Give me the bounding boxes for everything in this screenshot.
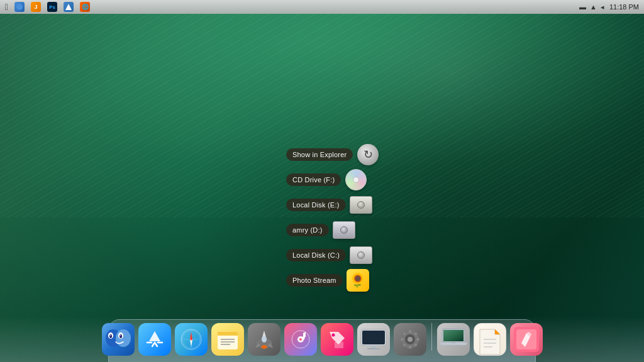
menu-item-label-show-in-explorer: Show in Explorer	[286, 148, 353, 161]
menubar:  J Ps 🌐 ▬ ▲ ◂ 11:18 PM	[0, 0, 644, 14]
svg-rect-40	[416, 338, 419, 341]
wifi-icon: ▲	[590, 3, 597, 11]
svg-point-27	[299, 338, 302, 341]
apple-menu-icon[interactable]: 	[5, 2, 8, 12]
menu-item-label-photo-stream: Photo Stream	[286, 274, 343, 287]
volume-icon: ◂	[601, 3, 604, 11]
notes-icon	[211, 323, 244, 356]
dock-item-macbookpro[interactable]	[437, 323, 470, 356]
svg-rect-31	[362, 331, 385, 344]
stickies-icon	[510, 323, 543, 356]
svg-point-28	[301, 337, 304, 340]
svg-point-10	[119, 335, 121, 336]
show-in-explorer-icon: ↻	[357, 143, 379, 166]
svg-rect-32	[371, 346, 376, 348]
dock-item-itunes[interactable]	[284, 323, 317, 356]
dock-item-appstore[interactable]	[138, 323, 171, 356]
newfile-icon	[474, 323, 506, 356]
launchpad-icon	[248, 323, 280, 356]
cd-drive-icon	[345, 168, 367, 191]
svg-marker-1	[65, 4, 72, 10]
menu-item-show-in-explorer[interactable]: Show in Explorer ↻	[286, 143, 379, 166]
dock-item-newfile[interactable]	[474, 323, 506, 356]
finder-icon	[102, 323, 135, 356]
blue-menu-icon[interactable]	[64, 2, 74, 12]
menu-item-cd-drive[interactable]: CD Drive (F:)	[286, 168, 379, 191]
menu-item-amry-d[interactable]: amry (D:)	[286, 219, 379, 241]
photo-stream-icon: 🌻	[347, 269, 369, 292]
sunflower-icon: 🌻	[347, 269, 369, 292]
dock-item-syspref[interactable]	[394, 323, 426, 356]
menu-item-photo-stream[interactable]: Photo Stream 🌻	[286, 269, 379, 292]
itunes-icon	[284, 323, 317, 356]
menu-item-label-amry-d: amry (D:)	[286, 224, 329, 236]
dock	[0, 317, 644, 362]
appstore-icon	[138, 323, 171, 356]
svg-rect-18	[218, 332, 238, 336]
finder-menu-icon[interactable]	[14, 2, 25, 12]
svg-point-4	[116, 329, 131, 347]
battery-icon: ▬	[579, 3, 586, 11]
macbookpro-icon	[437, 323, 470, 356]
status-icons: ▬ ▲ ◂	[579, 3, 604, 11]
menubar-right: ▬ ▲ ◂ 11:18 PM	[579, 3, 639, 11]
orange-menu-icon[interactable]: J	[31, 2, 41, 12]
svg-point-48	[451, 343, 456, 344]
menubar-left:  J Ps 🌐	[5, 2, 90, 12]
dock-item-notes[interactable]	[211, 323, 244, 356]
menu-item-label-local-disk-c: Local Disk (C:)	[286, 249, 346, 261]
ps-menu-icon[interactable]: Ps	[47, 2, 57, 12]
local-disk-e-icon	[350, 194, 372, 216]
cd-center	[353, 177, 359, 183]
svg-point-7	[109, 335, 111, 336]
context-menu: Show in Explorer ↻ CD Drive (F:) Local D…	[286, 143, 379, 292]
svg-rect-47	[443, 330, 464, 341]
dock-divider	[431, 323, 432, 351]
svg-point-23	[262, 336, 267, 343]
dock-item-stickies[interactable]	[510, 323, 543, 356]
dock-item-finder[interactable]	[102, 323, 135, 356]
menu-item-label-cd-drive: CD Drive (F:)	[286, 173, 341, 186]
clock: 11:18 PM	[609, 3, 639, 11]
svg-point-0	[16, 4, 23, 10]
ff-menu-icon[interactable]: 🌐	[80, 2, 90, 12]
dock-item-launchpad[interactable]	[248, 323, 280, 356]
svg-point-9	[119, 334, 122, 338]
cd-disc-icon	[345, 169, 367, 190]
svg-point-29	[331, 334, 335, 337]
dock-items	[94, 323, 550, 359]
refresh-icon: ↻	[357, 144, 379, 165]
svg-rect-37	[409, 330, 411, 333]
svg-point-36	[408, 337, 413, 342]
svg-rect-38	[409, 346, 411, 349]
pricetag-icon	[321, 323, 353, 356]
local-disk-c-icon	[350, 244, 372, 266]
imac-icon	[357, 323, 390, 356]
menu-item-local-disk-e[interactable]: Local Disk (E:)	[286, 194, 379, 216]
svg-rect-33	[367, 348, 380, 349]
menu-item-local-disk-c[interactable]: Local Disk (C:)	[286, 244, 379, 266]
svg-point-6	[109, 334, 112, 338]
dock-item-pricetag[interactable]	[321, 323, 353, 356]
dock-item-safari[interactable]	[175, 323, 208, 356]
dock-item-imac[interactable]	[357, 323, 390, 356]
syspref-icon	[394, 323, 426, 356]
svg-rect-39	[401, 338, 404, 341]
amry-d-icon	[333, 219, 355, 241]
svg-point-24	[261, 345, 267, 349]
svg-marker-15	[190, 332, 192, 341]
menu-item-label-local-disk-e: Local Disk (E:)	[286, 199, 346, 211]
safari-icon	[175, 323, 208, 356]
